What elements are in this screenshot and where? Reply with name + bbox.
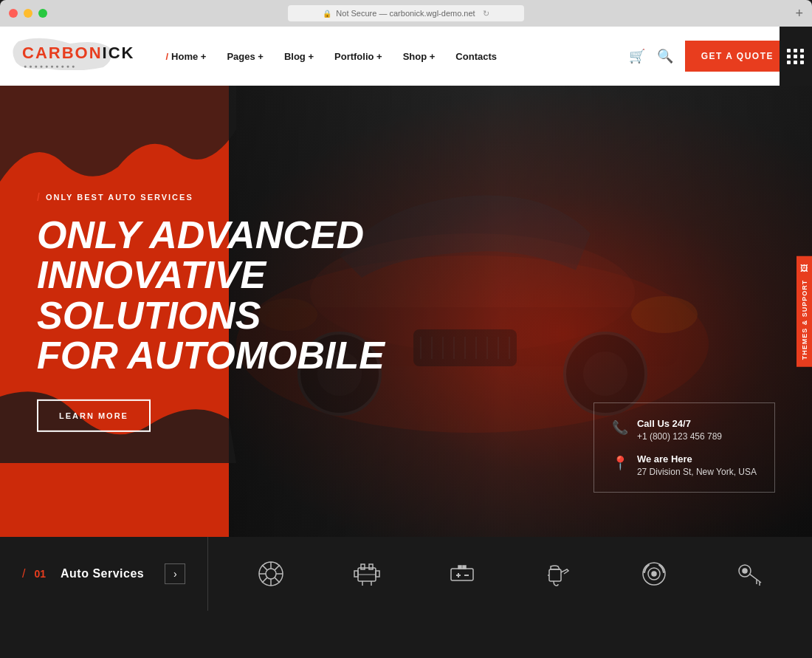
themes-support-tab[interactable]: 🖼 Themes & Support: [796, 256, 812, 367]
svg-rect-39: [463, 566, 466, 569]
hero-subtitle: ONLY BEST AUTO SERVICES: [37, 191, 450, 202]
phone-info: 📞 Call Us 24/7 +1 (800) 123 456 789: [612, 418, 757, 442]
svg-rect-30: [361, 564, 365, 569]
nav-pages[interactable]: Pages +: [218, 45, 272, 68]
grid-dots-icon: [787, 49, 805, 64]
nav-portfolio[interactable]: Portfolio +: [326, 45, 391, 68]
url-text: Not Secure — carbonick.wgl-demo.net: [336, 9, 475, 18]
hero-content: ONLY BEST AUTO SERVICES Only Advanced In…: [37, 191, 450, 431]
svg-line-28: [262, 578, 267, 583]
services-bar: / 01 Auto Services ›: [0, 537, 812, 611]
service-arrow-button[interactable]: ›: [165, 563, 185, 584]
key-icon-item[interactable]: [727, 552, 771, 596]
svg-line-27: [275, 565, 280, 570]
svg-rect-33: [376, 571, 379, 577]
nav-blog[interactable]: Blog +: [275, 45, 323, 68]
nav-contacts[interactable]: Contacts: [447, 45, 506, 68]
svg-line-48: [749, 574, 761, 583]
logo-area: CARBONICK ●●●●●●●●●●: [22, 44, 134, 69]
browser-titlebar: 🔒 Not Secure — carbonick.wgl-demo.net ↻ …: [0, 0, 812, 27]
logo-tagline: ●●●●●●●●●●: [24, 64, 134, 69]
phone-icon: 📞: [612, 419, 628, 436]
hero-title: Only Advanced Innovative Solutions for A…: [37, 214, 450, 375]
search-icon[interactable]: 🔍: [657, 48, 673, 64]
services-icons-row: [208, 552, 812, 596]
website: CARBONICK ●●●●●●●●●● /Home + Pages + Blo…: [0, 27, 812, 626]
get-quote-button[interactable]: GET A QUOTE: [685, 41, 790, 72]
address-details: We are Here 27 Division St, New York, US…: [637, 453, 757, 477]
logo-ick: ICK: [103, 44, 135, 62]
cart-icon[interactable]: 🛒: [629, 48, 645, 64]
svg-rect-38: [458, 566, 461, 569]
logo-carbon: CARBON: [22, 44, 103, 62]
services-label-area: / 01 Auto Services ›: [0, 537, 208, 611]
svg-rect-37: [451, 569, 473, 580]
browser-window: 🔒 Not Secure — carbonick.wgl-demo.net ↻ …: [0, 0, 812, 27]
services-title: Auto Services: [61, 567, 144, 580]
new-tab-button[interactable]: +: [795, 6, 803, 21]
phone-details: Call Us 24/7 +1 (800) 123 456 789: [637, 418, 722, 442]
wheel-icon-item[interactable]: [249, 552, 293, 596]
phone-label: Call Us 24/7: [637, 418, 722, 429]
grid-menu-button[interactable]: [780, 27, 812, 86]
location-icon: 📍: [612, 455, 628, 471]
url-bar[interactable]: 🔒 Not Secure — carbonick.wgl-demo.net ↻: [288, 5, 524, 21]
wheel-icon: [256, 559, 286, 589]
brake-icon-item[interactable]: [632, 552, 676, 596]
svg-rect-32: [354, 571, 358, 577]
svg-point-45: [652, 572, 656, 576]
svg-point-20: [266, 569, 276, 579]
svg-rect-31: [369, 564, 373, 569]
main-nav: /Home + Pages + Blog + Portfolio + Shop …: [156, 45, 628, 68]
minimize-dot[interactable]: [24, 9, 32, 18]
brake-icon: [639, 559, 669, 589]
info-box: 📞 Call Us 24/7 +1 (800) 123 456 789 📍 We…: [593, 402, 775, 493]
logo-text: CARBONICK: [22, 44, 134, 63]
nav-actions: 🛒 🔍 GET A QUOTE: [629, 41, 790, 72]
service-slash: /: [22, 567, 25, 580]
svg-line-25: [262, 565, 267, 570]
battery-icon: [447, 559, 477, 589]
themes-support-label: Themes & Support: [801, 279, 808, 360]
address-label: We are Here: [637, 453, 757, 465]
service-number: 01: [34, 568, 46, 580]
oil-icon-item[interactable]: [536, 552, 580, 596]
address-info: 📍 We are Here 27 Division St, New York, …: [612, 453, 757, 477]
engine-icon-item[interactable]: [345, 552, 389, 596]
battery-icon-item[interactable]: [440, 552, 484, 596]
svg-point-47: [743, 569, 747, 573]
maximize-dot[interactable]: [38, 9, 47, 18]
nav-home[interactable]: /Home +: [156, 45, 215, 68]
address-value: 27 Division St, New York, USA: [637, 467, 757, 477]
learn-more-button[interactable]: LEARN MORE: [37, 400, 151, 432]
themes-icon: 🖼: [800, 263, 808, 272]
key-icon: [734, 559, 764, 589]
svg-line-26: [275, 578, 280, 583]
nav-shop[interactable]: Shop +: [394, 45, 444, 68]
engine-icon: [352, 559, 382, 589]
hero-section: ONLY BEST AUTO SERVICES Only Advanced In…: [0, 86, 812, 537]
oil-icon: [543, 559, 573, 589]
close-dot[interactable]: [9, 9, 18, 18]
site-header: CARBONICK ●●●●●●●●●● /Home + Pages + Blo…: [0, 27, 812, 86]
phone-number: +1 (800) 123 456 789: [637, 431, 722, 442]
